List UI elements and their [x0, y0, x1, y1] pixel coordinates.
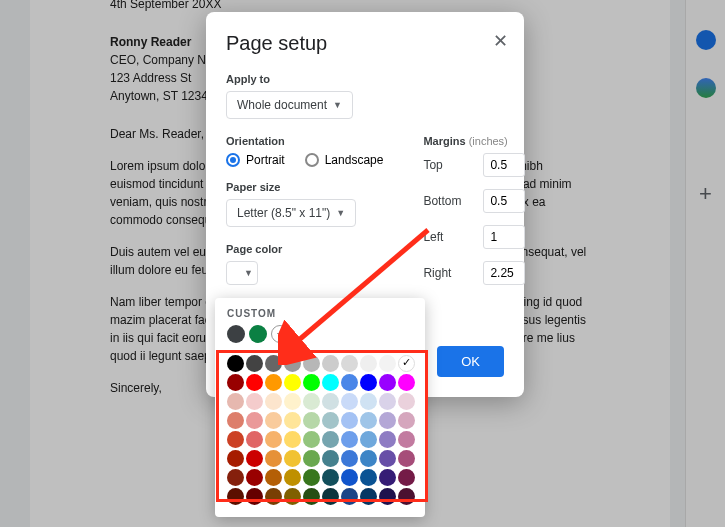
palette-swatch[interactable]	[284, 374, 301, 391]
palette-swatch[interactable]	[322, 412, 339, 429]
palette-swatch[interactable]	[284, 431, 301, 448]
radio-icon	[305, 153, 319, 167]
palette-swatch[interactable]	[398, 469, 415, 486]
palette-swatch[interactable]	[265, 450, 282, 467]
apply-to-dropdown[interactable]: Whole document ▼	[226, 91, 353, 119]
palette-swatch[interactable]	[227, 488, 244, 505]
palette-swatch[interactable]	[265, 431, 282, 448]
palette-swatch[interactable]	[265, 488, 282, 505]
palette-swatch[interactable]	[341, 374, 358, 391]
palette-swatch[interactable]	[341, 393, 358, 410]
palette-swatch[interactable]	[303, 469, 320, 486]
palette-swatch[interactable]	[341, 450, 358, 467]
custom-color-swatch[interactable]	[249, 325, 267, 343]
palette-swatch[interactable]	[246, 374, 263, 391]
palette-swatch[interactable]	[303, 393, 320, 410]
palette-swatch[interactable]	[303, 431, 320, 448]
palette-swatch[interactable]	[265, 374, 282, 391]
palette-swatch[interactable]	[360, 469, 377, 486]
page-color-dropdown[interactable]: ▼	[226, 261, 258, 285]
landscape-radio[interactable]: Landscape	[305, 153, 384, 167]
palette-swatch[interactable]	[322, 355, 339, 372]
palette-swatch[interactable]	[303, 450, 320, 467]
palette-swatch[interactable]	[322, 488, 339, 505]
ok-button[interactable]: OK	[437, 346, 504, 377]
palette-swatch[interactable]	[322, 393, 339, 410]
palette-swatch[interactable]	[227, 450, 244, 467]
palette-swatch[interactable]	[379, 431, 396, 448]
palette-swatch[interactable]	[322, 469, 339, 486]
palette-swatch[interactable]	[227, 393, 244, 410]
palette-swatch[interactable]	[341, 469, 358, 486]
palette-swatch[interactable]	[246, 412, 263, 429]
palette-swatch[interactable]	[398, 488, 415, 505]
palette-swatch[interactable]	[341, 488, 358, 505]
palette-swatch[interactable]	[341, 412, 358, 429]
palette-swatch[interactable]	[360, 374, 377, 391]
margin-top-input[interactable]	[483, 153, 525, 177]
landscape-label: Landscape	[325, 153, 384, 167]
close-icon[interactable]: ✕	[493, 30, 508, 52]
palette-swatch[interactable]	[360, 412, 377, 429]
palette-swatch[interactable]	[246, 450, 263, 467]
palette-swatch[interactable]	[265, 355, 282, 372]
radio-icon	[226, 153, 240, 167]
palette-swatch[interactable]	[284, 488, 301, 505]
palette-swatch[interactable]	[379, 450, 396, 467]
palette-swatch[interactable]	[398, 374, 415, 391]
palette-swatch[interactable]	[284, 469, 301, 486]
palette-swatch[interactable]	[360, 393, 377, 410]
palette-swatch[interactable]	[303, 412, 320, 429]
palette-swatch[interactable]	[379, 393, 396, 410]
palette-swatch[interactable]	[398, 393, 415, 410]
palette-swatch[interactable]	[227, 374, 244, 391]
palette-swatch[interactable]	[303, 374, 320, 391]
palette-swatch[interactable]	[246, 393, 263, 410]
margin-bottom-input[interactable]	[483, 189, 525, 213]
palette-swatch[interactable]	[322, 431, 339, 448]
paper-size-dropdown[interactable]: Letter (8.5" x 11") ▼	[226, 199, 356, 227]
custom-color-swatch[interactable]	[227, 325, 245, 343]
palette-swatch[interactable]	[398, 412, 415, 429]
margins-label: Margins (inches)	[423, 135, 525, 147]
palette-swatch[interactable]	[227, 355, 244, 372]
margin-top-label: Top	[423, 158, 473, 172]
palette-swatch[interactable]	[227, 412, 244, 429]
palette-swatch[interactable]	[360, 488, 377, 505]
palette-swatch[interactable]	[284, 412, 301, 429]
palette-swatch[interactable]	[284, 393, 301, 410]
palette-swatch[interactable]	[227, 431, 244, 448]
palette-swatch[interactable]	[341, 431, 358, 448]
palette-swatch[interactable]	[265, 469, 282, 486]
palette-swatch[interactable]	[379, 469, 396, 486]
chevron-down-icon: ▼	[336, 208, 345, 218]
palette-swatch[interactable]	[322, 450, 339, 467]
margin-right-input[interactable]	[483, 261, 525, 285]
palette-swatch[interactable]	[246, 469, 263, 486]
margin-left-input[interactable]	[483, 225, 525, 249]
palette-swatch[interactable]	[284, 450, 301, 467]
palette-swatch[interactable]	[398, 431, 415, 448]
palette-swatch[interactable]	[379, 374, 396, 391]
palette-swatch[interactable]	[360, 450, 377, 467]
palette-swatch[interactable]	[341, 355, 358, 372]
palette-swatch[interactable]	[303, 355, 320, 372]
palette-swatch[interactable]	[227, 469, 244, 486]
palette-swatch[interactable]	[379, 355, 396, 372]
portrait-radio[interactable]: Portrait	[226, 153, 285, 167]
palette-swatch[interactable]	[265, 393, 282, 410]
palette-swatch[interactable]	[322, 374, 339, 391]
add-custom-color-button[interactable]: +	[271, 325, 289, 343]
palette-swatch[interactable]	[398, 355, 415, 372]
palette-swatch[interactable]	[265, 412, 282, 429]
palette-swatch[interactable]	[284, 355, 301, 372]
palette-swatch[interactable]	[246, 431, 263, 448]
palette-swatch[interactable]	[246, 488, 263, 505]
palette-swatch[interactable]	[360, 355, 377, 372]
palette-swatch[interactable]	[398, 450, 415, 467]
palette-swatch[interactable]	[379, 488, 396, 505]
palette-swatch[interactable]	[246, 355, 263, 372]
palette-swatch[interactable]	[303, 488, 320, 505]
palette-swatch[interactable]	[360, 431, 377, 448]
palette-swatch[interactable]	[379, 412, 396, 429]
